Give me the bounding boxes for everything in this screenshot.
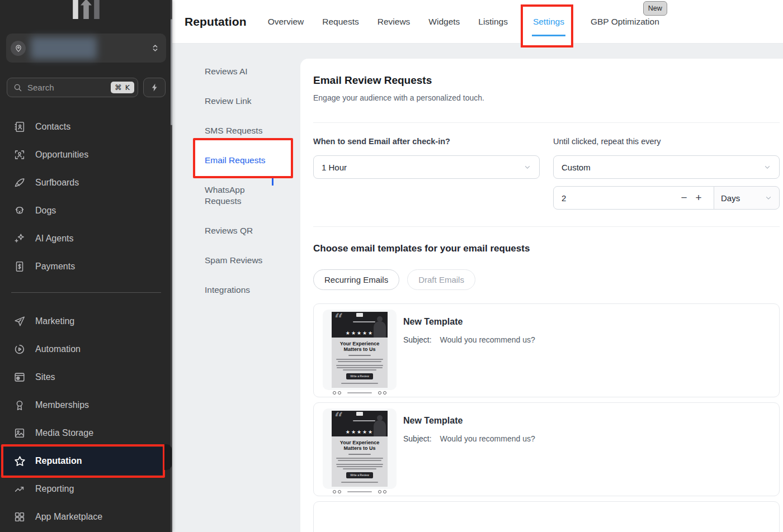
section-subtitle: Engage your audience with a personalized… — [313, 93, 780, 102]
quote-marks-icon: “ — [334, 312, 342, 328]
template-thumbnail[interactable]: “ ★★★★★ Your Experience Matters to Us — [323, 310, 397, 390]
write-review-button: Write a Review — [346, 373, 373, 379]
tab-reviews[interactable]: Reviews — [378, 16, 411, 27]
template-name: New Template — [403, 317, 535, 327]
sidebar-item-label: Memberships — [35, 400, 89, 410]
sidebar-item-label: Reputation — [35, 456, 82, 466]
email-preview: “ ★★★★★ Your Experience Matters to Us — [332, 411, 388, 487]
sidebar-item-label: Sites — [35, 372, 55, 382]
subnav-item-whatsapp-requests[interactable]: WhatsApp Requests — [205, 184, 277, 207]
sidebar-item-app-marketplace[interactable]: App Marketplace — [0, 503, 172, 531]
draft-emails-tab[interactable]: Draft Emails — [407, 269, 475, 290]
subnav-item-reviews-ai[interactable]: Reviews AI — [205, 66, 277, 77]
email-preview-title: Your Experience Matters to Us — [335, 440, 384, 452]
browser-globe-icon — [13, 371, 26, 383]
star-icon — [13, 455, 26, 468]
template-card[interactable] — [313, 501, 780, 532]
email-preview-footer — [332, 388, 388, 395]
quote-marks-icon: “ — [334, 411, 342, 427]
sidebar-item-label: Dogs — [35, 206, 56, 216]
email-preview-header: “ ★★★★★ — [332, 312, 388, 338]
app-logo[interactable] — [0, 0, 172, 25]
tab-widgets[interactable]: Widgets — [428, 16, 460, 27]
triple-up-arrows-logo-icon — [70, 0, 102, 21]
sidebar-item-reporting[interactable]: Reporting — [0, 475, 172, 503]
email-preview-body: Your Experience Matters to Us Write a Re… — [332, 338, 388, 388]
email-review-requests-panel: Email Review Requests Engage your audien… — [300, 59, 783, 532]
increment-button[interactable]: + — [691, 191, 706, 205]
sparkles-icon — [13, 232, 26, 245]
subnav-item-spam-reviews[interactable]: Spam Reviews — [205, 255, 277, 266]
five-stars: ★★★★★ — [332, 429, 388, 435]
sidebar-item-contacts[interactable]: Contacts — [0, 113, 172, 141]
sidebar-item-automation[interactable]: Automation — [0, 335, 172, 363]
sidebar-item-dogs[interactable]: Dogs — [0, 197, 172, 225]
sidebar-item-memberships[interactable]: Memberships — [0, 391, 172, 419]
dog-face-icon — [13, 205, 26, 217]
sidebar-item-reputation[interactable]: Reputation — [0, 447, 163, 475]
subject-label: Subject: — [403, 335, 432, 344]
page-title: Reputation — [185, 15, 247, 28]
subnav-item-sms-requests[interactable]: SMS Requests — [205, 125, 277, 136]
send-timing-select[interactable]: 1 Hour — [313, 155, 540, 179]
sidebar-item-label: App Marketplace — [35, 512, 102, 522]
tab-listings[interactable]: Listings — [478, 16, 508, 27]
award-ribbon-icon — [13, 399, 26, 411]
sidebar-item-ai-agents[interactable]: AI Agents — [0, 225, 172, 253]
sidebar-scrollbar-thumb[interactable] — [171, 19, 172, 125]
search-input[interactable]: Search ⌘ K — [7, 78, 138, 97]
quick-actions-button[interactable] — [143, 78, 166, 97]
sidebar-item-payments[interactable]: Payments — [0, 253, 172, 281]
sidebar-item-media-storage[interactable]: Media Storage — [0, 419, 172, 447]
sidebar-item-label: Surfboards — [35, 178, 79, 188]
template-card[interactable]: “ ★★★★★ Your Experience Matters to Us — [313, 303, 780, 397]
brand-logo-placeholder — [356, 313, 363, 317]
recurring-emails-tab[interactable]: Recurring Emails — [313, 269, 399, 290]
decrement-button[interactable]: − — [677, 191, 691, 205]
location-pin-avatar-icon — [11, 41, 26, 56]
repeat-frequency-select[interactable]: Custom — [553, 155, 780, 179]
subnav-item-review-link[interactable]: Review Link — [205, 96, 277, 107]
tab-overview[interactable]: Overview — [268, 16, 304, 27]
sidebar-item-label: Reporting — [35, 484, 74, 494]
write-review-button: Write a Review — [346, 472, 373, 478]
subnav-item-email-requests[interactable]: Email Requests — [205, 155, 277, 166]
tab-settings[interactable]: Settings — [533, 16, 564, 27]
sidebar-item-sites[interactable]: Sites — [0, 363, 172, 391]
chevron-down-icon — [523, 163, 531, 171]
sidebar-item-marketing[interactable]: Marketing — [0, 307, 172, 335]
interval-number-input[interactable]: 2 − + — [553, 186, 714, 210]
interval-unit-select[interactable]: Days — [714, 186, 780, 210]
repeat-frequency-value: Custom — [562, 163, 591, 172]
interval-unit-value: Days — [721, 193, 740, 203]
sidebar: Search ⌘ K Contacts — [0, 0, 172, 532]
brand-logo-placeholder — [356, 412, 363, 416]
subject-label: Subject: — [403, 434, 432, 443]
five-stars: ★★★★★ — [332, 330, 388, 336]
sidebar-drawer-handle[interactable] — [164, 444, 172, 470]
sidebar-item-label: Automation — [35, 344, 81, 354]
email-preview-header: “ ★★★★★ — [332, 411, 388, 436]
tab-gbp-optimization[interactable]: GBP Optimization New — [591, 16, 659, 27]
sidebar-item-label: Contacts — [35, 122, 70, 132]
sidebar-divider — [11, 292, 161, 293]
surfboard-icon — [13, 177, 26, 189]
divider — [313, 122, 780, 123]
template-thumbnail[interactable]: “ ★★★★★ Your Experience Matters to Us — [323, 408, 397, 489]
account-switcher[interactable] — [6, 34, 166, 63]
sidebar-item-surfboards[interactable]: Surfboards — [0, 169, 172, 197]
sidebar-primary-nav: Contacts Opportunities Surfboards — [0, 113, 172, 281]
subject-value: Would you recommend us? — [440, 335, 535, 344]
account-name-blurred — [31, 37, 97, 59]
template-card[interactable]: “ ★★★★★ Your Experience Matters to Us — [313, 402, 780, 496]
repeat-label: Until clicked, repeat this every — [553, 137, 780, 146]
tab-requests[interactable]: Requests — [322, 16, 359, 27]
up-down-chevrons-icon — [151, 43, 159, 53]
subnav-item-reviews-qr[interactable]: Reviews QR — [205, 225, 277, 236]
send-timing-label: When to send Email after check-in? — [313, 137, 540, 146]
subnav-item-integrations[interactable]: Integrations — [205, 284, 277, 296]
reputation-subnav: Reviews AI Review Link SMS Requests Emai… — [172, 44, 300, 532]
email-preview-body: Your Experience Matters to Us Write a Re… — [332, 436, 388, 487]
chevron-down-icon — [765, 194, 772, 202]
sidebar-item-opportunities[interactable]: Opportunities — [0, 141, 172, 169]
